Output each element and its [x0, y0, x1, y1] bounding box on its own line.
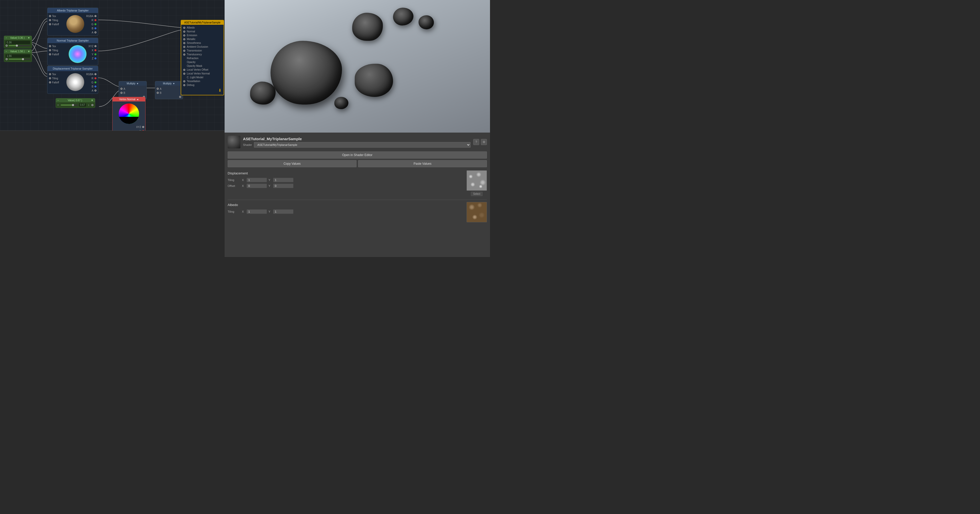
- help-button[interactable]: ?: [473, 139, 479, 145]
- rock-small-3: [250, 82, 275, 105]
- tiling-value-display: 0.36: [6, 41, 30, 44]
- disp-offset-x-input[interactable]: [247, 184, 267, 188]
- multiply-1-dropdown[interactable]: ▼: [136, 82, 138, 85]
- albedo-node: Albedo Triplanar Sampler Tex Tiling Fall…: [47, 8, 98, 36]
- falloff-slider-fill: [9, 59, 23, 60]
- minus-btn-scale[interactable]: −: [57, 99, 59, 102]
- master-albedo-pin: [183, 27, 185, 29]
- disp-tiling-x-input[interactable]: [247, 178, 267, 182]
- settings-button[interactable]: ⚙: [481, 139, 487, 145]
- master-lvn-pin: [183, 73, 185, 75]
- falloff-value-node: − Value( 1.56 ) ▼ 1.56: [4, 49, 32, 62]
- a-output-pin: [94, 31, 97, 33]
- master-translucency-pin: [183, 54, 185, 56]
- scale-dropdown[interactable]: ▼: [91, 99, 94, 102]
- mult2-a-pin: [157, 88, 159, 90]
- properties-panel: ASETutorial_MyTriplanarSample Shader ASE…: [224, 133, 490, 257]
- main-layout: − Value( 0.36 ) ▼ 0.36: [0, 0, 490, 257]
- dropdown-btn[interactable]: ▼: [27, 36, 30, 39]
- falloff-value-display: 1.56: [6, 54, 30, 58]
- disp-tiling-label: Tiling: [228, 178, 240, 181]
- normal-tiling-pin: [49, 49, 51, 51]
- normal-tex-pin: [49, 45, 51, 47]
- displacement-node: Displacement Triplanar Sampler Tex Tilin…: [47, 66, 98, 94]
- displacement-section: Displacement Tiling X Y Offset X Y: [228, 170, 487, 196]
- multiply-node-1: Multiply ▼ A B: [119, 81, 147, 99]
- master-lvo-pin: [183, 69, 185, 71]
- disp-offset-label: Offset: [228, 184, 240, 187]
- scale-node-title: Value( 0.67 ): [68, 99, 82, 102]
- disp-a-pin: [94, 89, 97, 92]
- normal-preview: [68, 45, 86, 63]
- z-output-pin: [94, 57, 97, 59]
- normal-node: Normal Triplanar Sampler Tex Tiling Fall…: [47, 38, 98, 65]
- multiply-node-2: Multiply ▼ A B: [155, 81, 183, 99]
- falloff-node-title: Value( 1.56 ): [10, 50, 25, 53]
- rgba-output-pin: [94, 15, 97, 17]
- scale-slider-track[interactable]: [61, 105, 78, 106]
- albedo-tiling-x-input[interactable]: [247, 209, 267, 214]
- multiply-2-header: Multiply ▼: [155, 81, 183, 86]
- displacement-select-button[interactable]: Select: [471, 192, 483, 196]
- vertex-collapse[interactable]: ◄: [136, 98, 138, 101]
- tiling-slider-track[interactable]: [9, 45, 30, 46]
- open-shader-editor-button[interactable]: Open in Shader Editor: [228, 151, 487, 159]
- multiply-2-dropdown[interactable]: ▼: [172, 82, 175, 85]
- disp-offset-y-input[interactable]: [273, 184, 293, 188]
- master-smoothness-pin: [183, 42, 185, 44]
- copy-values-button[interactable]: Copy Values: [228, 160, 356, 167]
- vert-xyz-pin: [142, 126, 144, 128]
- rock-tiny: [334, 97, 348, 109]
- mult1-a-pin: [121, 88, 123, 90]
- tiling-output-pin: [6, 44, 8, 47]
- right-panel: ASETutorial_MyTriplanarSample Shader ASE…: [224, 0, 490, 257]
- disp-g-pin: [94, 81, 97, 83]
- rock-small-2: [418, 15, 434, 29]
- disp-falloff-pin: [49, 81, 51, 83]
- master-ao-pin: [183, 46, 185, 48]
- mult2-out-pin: [179, 96, 181, 98]
- displacement-preview: [66, 73, 84, 91]
- mult2-b-pin: [157, 92, 159, 94]
- disp-tex-pin: [49, 73, 51, 75]
- displacement-section-title: Displacement: [228, 171, 463, 175]
- rock-medium-2: [352, 13, 383, 41]
- disp-r-pin: [94, 77, 97, 79]
- shader-label: Shader: [243, 143, 252, 146]
- master-metallic-pin: [183, 38, 185, 40]
- minus-btn[interactable]: −: [6, 36, 7, 39]
- falloff-slider-track[interactable]: [9, 59, 30, 60]
- multiply-1-header: Multiply ▼: [119, 81, 146, 86]
- dropdown-btn-2[interactable]: ▼: [27, 50, 30, 53]
- scale-value-node: − Value( 0.67 ) ▼ 0 0.67 1: [56, 98, 95, 108]
- minus-btn-2[interactable]: −: [6, 50, 7, 53]
- albedo-preview: [66, 15, 84, 33]
- albedo-section: Albedo Tiling X Y: [228, 202, 487, 222]
- tiling-pin: [6, 44, 8, 47]
- paste-values-button[interactable]: Paste Values: [358, 160, 487, 167]
- x-output-pin: [94, 49, 97, 51]
- albedo-tiling-y-input[interactable]: [273, 209, 293, 214]
- xyz-output-pin: [94, 45, 97, 47]
- material-name: ASETutorial_MyTriplanarSample: [243, 136, 471, 141]
- divider-1: [228, 200, 487, 200]
- download-icon[interactable]: ⬇: [218, 88, 221, 93]
- shader-graph-panel: − Value( 0.36 ) ▼ 0.36: [0, 0, 224, 257]
- disp-tiling-y-input[interactable]: [273, 178, 293, 182]
- material-header: ASETutorial_MyTriplanarSample Shader ASE…: [228, 136, 487, 148]
- master-node-header: ASETutorial/MyTriplanarSample: [181, 21, 224, 25]
- displacement-texture-thumb[interactable]: [466, 170, 487, 191]
- shader-dropdown[interactable]: ASETutorial/MyTriplanarSample: [254, 142, 471, 148]
- vertex-header: Vertex Normal ◄: [113, 97, 145, 102]
- viewport-3d[interactable]: [224, 0, 490, 133]
- scale-slider-fill: [61, 105, 72, 106]
- g-output-pin: [94, 23, 97, 25]
- falloff-input-pin: [49, 23, 51, 25]
- tiling-slider-thumb: [16, 44, 18, 47]
- master-tess-pin: [183, 80, 185, 82]
- albedo-tiling-label: Tiling: [228, 210, 240, 213]
- tiling-value-node: − Value( 0.36 ) ▼ 0.36: [4, 36, 32, 48]
- albedo-texture-thumb[interactable]: [466, 202, 487, 222]
- graph-bottom-area: [0, 130, 224, 257]
- disp-tiling-pin: [49, 77, 51, 79]
